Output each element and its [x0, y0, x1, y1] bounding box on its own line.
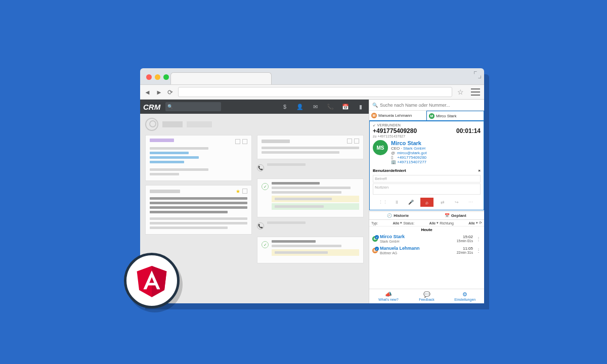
- calendar-icon[interactable]: 📅: [340, 104, 351, 110]
- tab-label: Mirco Stark: [436, 114, 456, 118]
- back-icon[interactable]: ◄: [144, 88, 151, 96]
- planned-tab[interactable]: 📅Geplant: [427, 212, 485, 219]
- close-window[interactable]: [146, 74, 152, 80]
- crm-search[interactable]: 🔍: [165, 102, 221, 111]
- call-controls: ⋮⋮ ⏸ 🎤 ⌕ ⇄ ↪ ⋯: [373, 198, 481, 207]
- filter-status[interactable]: Alle ▾: [429, 221, 439, 225]
- log-company: Stark GmbH: [380, 240, 405, 243]
- mobile-icon: ▯: [391, 155, 396, 160]
- browser-window: ◄ ► ⟳ ☆ CRM 🔍 $ 👤 ✉ 📞 📅 ▮: [140, 68, 484, 303]
- hold-button[interactable]: ⏸: [392, 198, 402, 206]
- filter-type[interactable]: Alle ▾: [393, 221, 403, 225]
- refresh-icon[interactable]: ⟳: [479, 221, 482, 225]
- phone-timeline-icon: 📞: [257, 222, 264, 230]
- browser-toolbar: ◄ ► ⟳ ☆: [140, 84, 484, 100]
- maximize-window[interactable]: [163, 74, 169, 80]
- avatar-placeholder: [145, 118, 158, 131]
- money-icon[interactable]: $: [280, 104, 290, 110]
- angular-badge: [124, 253, 180, 308]
- expand-icon[interactable]: [474, 71, 481, 78]
- menu-icon[interactable]: [471, 88, 480, 96]
- phone-icon[interactable]: 📞: [325, 104, 335, 110]
- notes-header: Benutzerdefiniert: [373, 168, 406, 173]
- contact-mobile[interactable]: +491775409280: [397, 155, 426, 160]
- contact-role: CEO: [391, 146, 400, 151]
- log-name: Mirco Stark: [380, 235, 405, 240]
- forward-button[interactable]: ↪: [452, 198, 462, 206]
- gear-icon: ⚙: [446, 291, 484, 298]
- log-menu-icon[interactable]: ⋮: [476, 238, 481, 240]
- call-status: VERBUNDEN: [377, 123, 401, 127]
- app-body: CRM 🔍 $ 👤 ✉ 📞 📅 ▮: [140, 100, 484, 303]
- filter-direction[interactable]: Alle ▾: [468, 221, 478, 225]
- cti-tab-stark[interactable]: M Mirco Stark: [426, 111, 484, 120]
- whatsnew-button[interactable]: 📣What's new?: [369, 289, 408, 303]
- placeholder-text: [162, 121, 183, 127]
- avatar-chip: M: [429, 113, 435, 119]
- contact-company[interactable]: Stark GmbH: [403, 146, 425, 151]
- history-tab[interactable]: 🕘Historie: [369, 212, 427, 219]
- log-menu-icon[interactable]: ⋮: [476, 249, 481, 252]
- log-duration: 22min 31s: [457, 251, 473, 254]
- browser-tab[interactable]: [170, 72, 272, 84]
- browser-tabs: [170, 72, 464, 84]
- log-time: 15:02: [457, 235, 473, 239]
- forward-icon[interactable]: ►: [156, 88, 162, 96]
- keypad-button[interactable]: ⋮⋮: [378, 198, 388, 206]
- cti-tabs: M Manuela Lehmann M Mirco Stark: [369, 111, 484, 121]
- log-row[interactable]: M↙Manuela LehmannBüttner AG11:0522min 31…: [369, 245, 484, 256]
- contact-name[interactable]: Mirco Stark: [391, 140, 426, 146]
- contact-phone[interactable]: +497115407277: [397, 160, 426, 164]
- call-number: +491775409280: [373, 127, 417, 134]
- cti-panel: 🔍 M Manuela Lehmann M Mirco Stark ↙ VERB…: [369, 100, 484, 303]
- check-icon: ✓: [262, 241, 269, 248]
- card-action[interactable]: [235, 139, 240, 144]
- card-action[interactable]: [354, 139, 359, 144]
- hangup-button[interactable]: ⌕: [420, 198, 433, 207]
- reload-icon[interactable]: ⟳: [167, 88, 173, 96]
- mute-button[interactable]: 🎤: [406, 198, 416, 206]
- log-time: 11:05: [457, 246, 473, 251]
- email-icon: @: [391, 151, 396, 155]
- window-controls: [146, 74, 169, 80]
- chart-icon[interactable]: ▮: [356, 104, 366, 110]
- megaphone-icon: 📣: [369, 291, 408, 298]
- log-row[interactable]: M↙Mirco StarkStark GmbH15:0215min 01s⋮: [369, 233, 484, 245]
- check-icon: ✓: [262, 183, 269, 190]
- more-button[interactable]: ⋯: [466, 198, 476, 206]
- history-tabs: 🕘Historie 📅Geplant: [369, 211, 484, 220]
- cti-search[interactable]: 🔍: [369, 100, 484, 111]
- timeline-card: ✓: [257, 237, 364, 263]
- star-icon[interactable]: ★: [236, 189, 240, 194]
- log-company: Büttner AG: [380, 251, 420, 255]
- details-card: ★: [145, 185, 252, 235]
- card-action[interactable]: [242, 139, 247, 144]
- notes-input[interactable]: Notizen: [373, 184, 481, 195]
- phone-timeline-icon: 📞: [257, 164, 264, 171]
- mail-icon[interactable]: ✉: [310, 104, 320, 110]
- day-label: Heute: [369, 226, 484, 233]
- call-direction-icon: ↙: [373, 123, 376, 127]
- card-action[interactable]: [347, 139, 352, 144]
- tab-label: Manuela Lehmann: [378, 113, 412, 118]
- bookmark-icon[interactable]: ☆: [457, 88, 464, 96]
- call-notes: Benutzerdefiniert× Betreff Notizen: [373, 167, 481, 195]
- feedback-button[interactable]: 💬Feedback: [408, 289, 446, 303]
- calendar-icon: 📅: [445, 213, 450, 218]
- settings-button[interactable]: ⚙Einstellungen: [446, 289, 484, 303]
- call-to-number: +4971151437827: [377, 134, 405, 138]
- subject-input[interactable]: Betreff: [373, 175, 481, 183]
- address-bar[interactable]: [178, 87, 452, 97]
- cti-tab-lehmann[interactable]: M Manuela Lehmann: [369, 111, 426, 120]
- close-icon[interactable]: ×: [478, 168, 481, 173]
- cti-search-input[interactable]: [380, 103, 481, 108]
- activity-card: [257, 135, 364, 159]
- timeline-card: ✓: [257, 178, 364, 217]
- user-icon[interactable]: 👤: [295, 104, 305, 110]
- record-header: [145, 118, 364, 131]
- card-action[interactable]: [242, 189, 247, 194]
- transfer-button[interactable]: ⇄: [438, 198, 448, 206]
- call-badge-icon: ↙: [375, 235, 379, 239]
- contact-email[interactable]: mirco@stark.got: [397, 151, 426, 155]
- minimize-window[interactable]: [155, 74, 160, 80]
